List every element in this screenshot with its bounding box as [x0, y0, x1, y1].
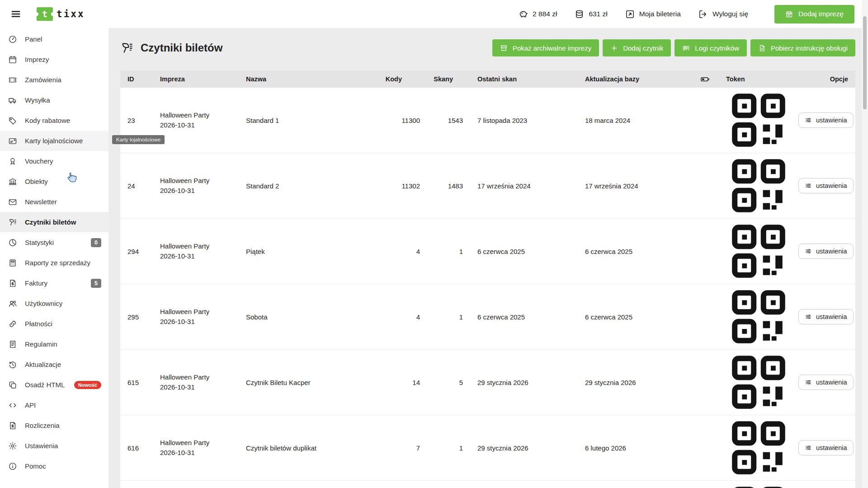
- last-scan: 17 września 2024: [463, 182, 578, 190]
- logi-czytnik-w-button[interactable]: Logi czytników: [675, 39, 747, 56]
- last-scan: 29 stycznia 2026: [463, 379, 578, 386]
- qr-token-icon[interactable]: [726, 415, 791, 480]
- external-link-icon: [625, 9, 635, 19]
- qr-token-icon[interactable]: [726, 284, 791, 349]
- sidebar-item-label: Osadź HTML: [25, 381, 65, 389]
- sidebar-item-raporty-ze-sprzeda-y[interactable]: Raporty ze sprzedaży: [0, 253, 108, 273]
- sidebar-item-obiekty[interactable]: Obiekty: [0, 171, 108, 192]
- poka-archiwalne-imprezy-button[interactable]: Pokaż archiwalne imprezy: [492, 39, 599, 56]
- sidebar-item-api[interactable]: API: [0, 395, 108, 415]
- sidebar-item-label: Vouchery: [25, 157, 53, 165]
- options-cell: ustawienia: [791, 309, 861, 324]
- wallet-balance-value: 2 884 zł: [533, 10, 557, 18]
- sidebar-item-label: Czytniki biletów: [25, 218, 76, 226]
- qr-token-icon[interactable]: [726, 350, 791, 415]
- new-badge: Nowość: [74, 381, 101, 389]
- invoice-icon: [8, 421, 17, 430]
- sidebar-item-p-atno-ci[interactable]: Płatności: [0, 314, 108, 334]
- row-id: 294: [120, 248, 153, 255]
- qr-token-icon[interactable]: [726, 88, 791, 153]
- add-event-button[interactable]: Dodaj imprezę: [774, 5, 854, 23]
- sidebar-item-statystyki[interactable]: Statystyki0: [0, 232, 108, 253]
- settings-button[interactable]: ustawienia: [798, 113, 854, 128]
- scans-count: 5: [420, 379, 463, 386]
- sidebar-item-rozliczenia[interactable]: Rozliczenia: [0, 415, 108, 436]
- button-label: Pobierz instrukcję obsługi: [771, 44, 848, 52]
- pobierz-instrukcj-obs-ugi-button[interactable]: Pobierz instrukcję obsługi: [750, 39, 855, 56]
- sidebar-item-osad-html[interactable]: Osadź HTMLNowość: [0, 375, 108, 395]
- sidebar-item-kody-rabatowe[interactable]: Kody rabatowe: [0, 110, 108, 131]
- sidebar-item-label: Imprezy: [25, 56, 49, 63]
- topbar: t tixx 2 884 zł 631 zł Moja bileteria: [0, 0, 868, 28]
- sidebar-item-label: Faktury: [25, 279, 47, 287]
- event-name: Halloween Party: [160, 110, 239, 120]
- sidebar-item-karty-lojalno-ciowe[interactable]: Karty lojalnościowe: [0, 131, 108, 151]
- settings-button[interactable]: ustawienia: [798, 440, 854, 455]
- codes-count: 11302: [372, 182, 420, 190]
- options-cell: ustawienia: [791, 440, 861, 455]
- event-cell: Halloween Party2026-10-31: [153, 241, 239, 261]
- reader-name: Czytnik Biletu Kacper: [239, 379, 372, 386]
- sliders-icon: [805, 248, 812, 255]
- logo-ticket-icon: t: [36, 7, 53, 22]
- scanner-icon: [8, 218, 17, 227]
- sidebar-item-vouchery[interactable]: Vouchery: [0, 151, 108, 171]
- my-box-office-link[interactable]: Moja bileteria: [625, 9, 681, 19]
- code-icon: [8, 401, 17, 410]
- sidebar-item-panel[interactable]: Panel: [0, 29, 108, 49]
- event-name: Halloween Party: [160, 176, 239, 186]
- table-row: 24Halloween Party2026-10-31Standard 2113…: [120, 153, 855, 218]
- logo-text: tixx: [57, 9, 85, 19]
- sidebar-item-label: Pomoc: [25, 462, 46, 470]
- sidebar-item-imprezy[interactable]: Imprezy: [0, 49, 108, 70]
- reader-name: Standard 2: [239, 182, 372, 190]
- token-cell: [719, 481, 791, 488]
- sidebar-item-pomoc[interactable]: Pomoc: [0, 456, 108, 476]
- col-header-battery: [691, 75, 719, 84]
- document-icon: [8, 340, 17, 349]
- sidebar-item-czytniki-bilet-w[interactable]: Czytniki biletów: [0, 212, 108, 232]
- row-id: 615: [120, 379, 153, 386]
- menu-icon[interactable]: [11, 9, 21, 19]
- settings-label: ustawienia: [816, 248, 847, 255]
- page-title: Czytniki biletów: [141, 42, 222, 54]
- coins-balance-value: 631 zł: [589, 10, 607, 18]
- sidebar-item-aktualizacje[interactable]: Aktualizacje: [0, 354, 108, 375]
- codes-count: 4: [372, 313, 420, 321]
- qr-token-icon[interactable]: [726, 219, 791, 284]
- sidebar-item-regulamin[interactable]: Regulamin: [0, 334, 108, 354]
- sidebar-item-label: Użytkownicy: [25, 300, 62, 307]
- gauge-icon: [8, 35, 17, 44]
- row-id: 24: [120, 182, 153, 190]
- qr-token-icon[interactable]: [726, 153, 791, 218]
- settings-button[interactable]: ustawienia: [798, 309, 854, 324]
- sidebar-item-label: Karty lojalnościowe: [25, 137, 83, 145]
- gear-icon: [8, 441, 17, 450]
- sidebar-item-zam-wienia[interactable]: Zamówienia: [0, 70, 108, 90]
- users-icon: [8, 299, 17, 308]
- sidebar-item-label: Panel: [25, 35, 42, 43]
- logout-label: Wyloguj się: [712, 10, 748, 18]
- sidebar-item-label: Płatności: [25, 320, 52, 328]
- app-logo[interactable]: t tixx: [36, 7, 85, 22]
- scrollbar-thumb[interactable]: [863, 16, 867, 109]
- col-header-Ostatni skan: Ostatni skan: [463, 75, 578, 83]
- sidebar-item-wysy-ka[interactable]: Wysyłka: [0, 90, 108, 110]
- calculator-icon: [8, 258, 17, 267]
- sidebar-item-u-ytkownicy[interactable]: Użytkownicy: [0, 293, 108, 314]
- sidebar-item-ustawienia[interactable]: Ustawienia: [0, 436, 108, 456]
- options-cell: ustawienia: [791, 113, 861, 128]
- table-body: 23Halloween Party2026-10-31Standard 1113…: [120, 88, 855, 488]
- settings-button[interactable]: ustawienia: [798, 178, 854, 193]
- add-event-label: Dodaj imprezę: [798, 10, 844, 18]
- settings-button[interactable]: ustawienia: [798, 244, 854, 259]
- dodaj-czytnik-button[interactable]: Dodaj czytnik: [603, 39, 671, 56]
- col-header-Kody: Kody: [372, 75, 420, 83]
- settings-button[interactable]: ustawienia: [798, 375, 854, 390]
- reader-name: Czytnik biletów duplikat: [239, 444, 372, 452]
- qr-token-icon[interactable]: [726, 481, 791, 488]
- sidebar-item-newsletter[interactable]: Newsletter: [0, 192, 108, 212]
- token-cell: [719, 415, 791, 480]
- logout-link[interactable]: Wyloguj się: [698, 9, 748, 19]
- sidebar-item-faktury[interactable]: Faktury5: [0, 273, 108, 293]
